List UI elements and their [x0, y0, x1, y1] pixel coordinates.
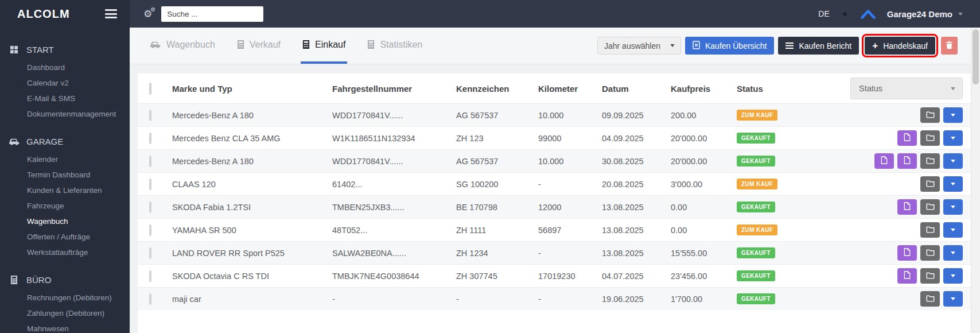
sidebar-item-zahlungen-debitoren[interactable]: Zahlungen (Debitoren) [0, 305, 130, 321]
sidebar-item-dashboard[interactable]: Dashboard [0, 60, 130, 75]
folder-button[interactable] [920, 130, 940, 146]
sidebar-section-start: START [0, 45, 130, 55]
sidebar-item-e-mail-sms[interactable]: E-Mail & SMS [0, 91, 130, 106]
status-badge: GEKAUFT [737, 156, 775, 166]
cell-km: - [538, 249, 602, 258]
sidebar-item-termin-dashboard[interactable]: Termin Dashboard [0, 167, 130, 183]
pdf-button[interactable] [897, 268, 917, 284]
cell-make: SKODA Fabia 1.2TSI [172, 203, 332, 212]
delete-button[interactable] [941, 37, 958, 55]
sidebar-section-büro: BÜRO [0, 275, 130, 285]
account-menu[interactable]: Garage24 Demo [887, 9, 952, 19]
sidebar-item-calendar-v2[interactable]: Calendar v2 [0, 75, 130, 91]
row-dropdown-button[interactable] [943, 268, 963, 284]
row-dropdown-button[interactable] [943, 176, 963, 192]
sidebar-item-kunden-lieferanten[interactable]: Kunden & Lieferanten [0, 183, 130, 198]
row-dropdown-button[interactable] [943, 153, 963, 169]
folder-button[interactable] [920, 107, 940, 123]
vertical-scrollbar[interactable] [971, 28, 980, 333]
folder-button[interactable] [920, 268, 940, 284]
buy-report-button[interactable]: Kaufen Bericht [778, 37, 859, 55]
folder-button[interactable] [920, 199, 940, 215]
sidebar-section-label: BÜRO [26, 275, 51, 285]
sidebar-item-rechnungen-debitoren[interactable]: Rechnungen (Debitoren) [0, 290, 130, 305]
pdf-button[interactable] [897, 199, 917, 215]
row-dropdown-button[interactable] [943, 291, 963, 307]
status-filter-select[interactable]: Status [850, 78, 963, 99]
row-dropdown-button[interactable] [943, 107, 963, 123]
cell-plate: ZH 1111 [456, 226, 538, 235]
cell-date: 04.09.2025 [602, 134, 671, 143]
row-checkbox[interactable] [149, 179, 151, 190]
cell-date: 09.09.2025 [602, 111, 671, 120]
pdf-button[interactable] [897, 130, 917, 146]
table-row: Mercedes-Benz A 180WDD1770841V......AG 5… [138, 149, 971, 172]
tab-einkauf[interactable]: Einkauf [301, 28, 347, 64]
pdf-icon [904, 156, 911, 166]
row-actions [829, 176, 971, 192]
account-caret-icon[interactable] [958, 13, 963, 16]
folder-icon [926, 180, 935, 189]
pdf-icon [904, 271, 911, 281]
settings-gears-icon[interactable]: ⚙⚙ [143, 9, 152, 19]
sidebar-item-kalender[interactable]: Kalender [0, 152, 130, 167]
sidebar-item-mahnwesen[interactable]: Mahnwesen [0, 321, 130, 333]
row-dropdown-button[interactable] [943, 222, 963, 238]
select-all-checkbox[interactable] [149, 83, 151, 95]
row-checkbox[interactable] [149, 156, 151, 167]
cell-plate: ZH 307745 [456, 272, 538, 281]
sidebar: ALCOLM STARTDashboardCalendar v2E-Mail &… [0, 0, 130, 333]
sidebar-item-dokumentenmanagement[interactable]: Dokumentenmanagement [0, 106, 130, 122]
pdf-button[interactable] [897, 245, 917, 261]
tab-statistiken[interactable]: Statistiken [365, 28, 424, 64]
folder-button[interactable] [920, 291, 940, 307]
pdf-button[interactable] [874, 153, 894, 169]
row-checkbox[interactable] [149, 293, 151, 305]
status-badge: ZUM KAUF [737, 224, 777, 235]
tab-verkauf[interactable]: Verkauf [235, 28, 282, 64]
year-select[interactable]: Jahr auswählen [597, 37, 681, 55]
cell-vin: WDD1770841V...... [332, 157, 456, 166]
caret-down-icon [951, 274, 955, 277]
cell-vin: TMBEN25JXB3...... [332, 203, 456, 212]
status-badge: ZUM KAUF [737, 110, 777, 121]
folder-button[interactable] [920, 245, 940, 261]
cell-km: 17019230 [538, 272, 602, 281]
caret-down-icon [951, 229, 955, 231]
cell-price: 3'000.00 [671, 180, 737, 189]
row-checkbox[interactable] [149, 110, 151, 121]
folder-button[interactable] [920, 222, 940, 238]
trade-purchase-button[interactable]: + Handelskauf [865, 37, 935, 55]
row-dropdown-button[interactable] [943, 245, 963, 261]
cell-km: - [538, 295, 602, 304]
sidebar-item-fahrzeuge[interactable]: Fahrzeuge [0, 198, 130, 214]
pdf-button[interactable] [897, 153, 917, 169]
column-header-vin: Fahrgestellnummer [332, 84, 456, 94]
buy-overview-button[interactable]: Kaufen Übersicht [685, 37, 774, 55]
search-input[interactable] [161, 6, 263, 22]
row-checkbox[interactable] [149, 224, 151, 236]
folder-button[interactable] [920, 153, 940, 169]
status-badge: GEKAUFT [737, 270, 775, 281]
table-row: SKODA Fabia 1.2TSITMBEN25JXB3......BE 17… [138, 195, 971, 218]
menu-toggle-icon[interactable] [105, 9, 117, 18]
caret-down-icon [951, 183, 955, 185]
trade-purchase-label: Handelskauf [883, 41, 928, 51]
sidebar-item-offerten-aufträge[interactable]: Offerten / Aufträge [0, 229, 130, 245]
row-checkbox[interactable] [149, 270, 151, 282]
cell-km: - [538, 180, 602, 189]
row-dropdown-button[interactable] [943, 130, 963, 146]
cell-make: CLAAS 120 [172, 180, 332, 189]
row-checkbox[interactable] [149, 133, 151, 144]
row-checkbox[interactable] [149, 247, 151, 259]
folder-button[interactable] [920, 176, 940, 192]
language-switch[interactable]: DE [818, 9, 829, 18]
tab-label: Einkauf [315, 40, 345, 50]
sidebar-item-wagenbuch[interactable]: Wagenbuch [0, 214, 130, 229]
cell-vin: 48T052... [332, 226, 456, 235]
row-dropdown-button[interactable] [943, 199, 963, 215]
tab-wagenbuch[interactable]: Wagenbuch [147, 28, 217, 64]
scrollbar-thumb[interactable] [973, 29, 979, 84]
sidebar-item-werkstattaufträge[interactable]: Werkstattaufträge [0, 245, 130, 260]
row-checkbox[interactable] [149, 202, 151, 213]
